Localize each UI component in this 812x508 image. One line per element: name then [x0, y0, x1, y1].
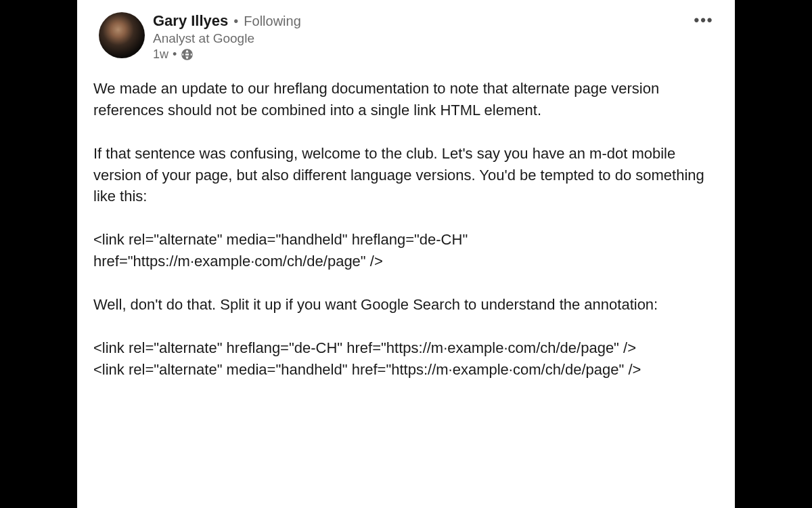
post-card: ••• Gary Illyes • Following Analyst at G…	[77, 0, 735, 508]
more-options-button[interactable]: •••	[692, 12, 716, 28]
avatar[interactable]	[99, 12, 145, 58]
follow-status[interactable]: Following	[244, 14, 300, 29]
header-text: Gary Illyes • Following Analyst at Googl…	[153, 11, 719, 62]
author-title: Analyst at Google	[153, 31, 719, 46]
separator: •	[233, 14, 238, 29]
more-icon: •••	[694, 12, 713, 29]
post-body: We made an update to our hreflang docume…	[93, 78, 719, 380]
globe-icon	[181, 48, 194, 61]
post-age: 1w	[153, 47, 168, 62]
author-name[interactable]: Gary Illyes	[153, 12, 228, 30]
separator: •	[173, 47, 177, 62]
post-header: Gary Illyes • Following Analyst at Googl…	[99, 11, 719, 62]
author-line: Gary Illyes • Following	[153, 12, 719, 30]
post-meta-line: 1w •	[153, 47, 719, 62]
